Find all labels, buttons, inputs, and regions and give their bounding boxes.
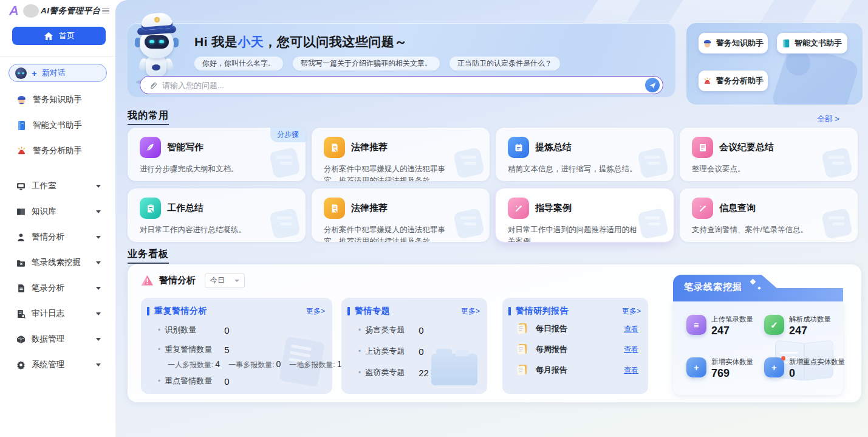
assistant-shortcut-panel: 警务知识助手 智能文书助手 警务分析助手 [686,23,863,105]
sidebar-group-audit-log[interactable]: 审计日志 [0,301,115,326]
sidebar-group-label: 知识库 [32,206,56,217]
warning-triangle-icon [141,275,154,286]
alert-reports-panel: 警情研判报告 更多> 每日报告 查看 每周报告 查看 每月报告 查看 [502,298,648,394]
assistant-name: 小天 [238,35,264,49]
card-watermark [265,205,301,238]
collapse-menu-icon[interactable] [102,9,109,14]
card-watermark [634,205,669,238]
stat-new-key-entities: + 新增重点实体数量 0 [764,357,845,380]
police-officer-icon [16,94,27,105]
sidebar-group-label: 数据管理 [32,334,64,345]
send-button[interactable] [645,78,660,92]
title-accent-bar [347,307,350,315]
calendar-summary-icon [508,137,529,158]
home-label: 首页 [59,30,75,41]
report-row-daily: 每日报告 查看 [516,322,638,335]
sidebar-group-system-management[interactable]: 系统管理 [0,352,115,377]
card-guiding-cases[interactable]: 指导案例 对日常工作中遇到的问题推荐适用的相关案例。 [496,188,674,242]
view-link[interactable]: 查看 [624,365,638,376]
card-watermark [449,205,485,238]
main-content: Hi 我是小天，您可以问我这些问题～ 你好，你叫什么名字。 帮我写一篇关于介绍诈… [115,0,868,437]
favorites-title: 我的常用 [128,109,169,125]
report-notepad-icon [516,343,528,356]
open-book-icon [16,207,26,216]
more-link[interactable]: 更多> [622,306,641,317]
report-row-monthly: 每月报告 查看 [516,363,638,377]
magic-wand-icon [692,198,713,219]
stat-parsed-success: ✓ 解析成功数量 247 [764,315,831,337]
view-link[interactable]: 查看 [624,324,638,334]
greeting-prefix: Hi 我是 [194,35,238,49]
police-knowledge-assistant-button[interactable]: 警务知识助手 [699,33,768,53]
card-title: 信息查询 [719,202,756,214]
favorites-grid: 分步骤 智能写作 进行分步骤完成大纲和文档。 法律推荐 分析案件中犯罪嫌疑人的违… [128,128,858,242]
feather-pen-icon [140,137,161,158]
card-title: 会议纪要总结 [719,142,774,153]
duplicate-sub-stats: 一人多报数量:4 一事多报数量:0 一地多报数量:1 [168,359,341,370]
sidebar-item-home[interactable]: 首页 [12,27,106,45]
card-watermark [818,145,853,177]
paperclip-icon[interactable] [148,81,157,90]
plus-icon: + [686,357,706,377]
folder-watermark [431,354,477,385]
greeting-suffix: ，您可以问我这些问题～ [264,35,408,49]
card-work-summary[interactable]: 工作总结 对日常工作内容进行总结凝练。 [128,188,306,242]
dashboard-header: 业务看板 [128,248,169,264]
question-input[interactable] [162,81,645,90]
card-law-recommend[interactable]: 法律推荐 分析案件中犯罪嫌疑人的违法犯罪事实，推荐适用的法律法规及条款。 [312,128,490,181]
suggestion-chip[interactable]: 帮我写一篇关于介绍诈骗罪的相关文章。 [293,57,440,71]
duplicate-alerts-panel: 重复警情分析 更多> 识别数量 0 重复警情数量 5 一人多报数量:4 一事多报… [141,298,332,394]
app-logo-icon: A [6,4,22,18]
sidebar-item-label: 警务分析助手 [33,145,82,156]
time-filter-value: 今日 [210,275,225,286]
chevron-down-icon [96,338,101,341]
card-law-recommend-2[interactable]: 法律推荐 分析案件中犯罪嫌疑人的违法犯罪事实，推荐适用的法律法规及条款。 [312,188,490,242]
record-list-icon: ≡ [686,315,706,335]
sidebar-group-label: 警情分析 [32,232,64,243]
siren-icon [16,145,27,156]
more-link[interactable]: 更多> [306,306,325,317]
sidebar: A AI警务管理平台 首页 + 新对话 警务知识助手 智能文书助手 警务分析助手 [0,0,115,437]
monitor-icon [16,181,26,191]
card-title: 提炼总结 [535,142,572,153]
logo-row: A AI警务管理平台 [0,0,115,22]
sidebar-group-data-management[interactable]: 数据管理 [0,326,115,352]
assistant-button-label: 警务知识助手 [716,38,764,49]
suggestion-chip[interactable]: 你好，你叫什么名字。 [194,57,283,71]
card-meeting-minutes[interactable]: 会议纪要总结 整理会议要点。 [680,128,858,181]
alert-topics-panel: 警情专题 更多> 扬言类专题 0 上访类专题 0 盗窃类专题 22 [341,298,487,394]
suggestion-chip[interactable]: 正当防卫的认定条件是什么？ [449,57,560,71]
sidebar-item-smart-document-assistant[interactable]: 智能文书助手 [0,112,115,138]
stat-new-entities: + 新增实体数量 769 [686,357,753,380]
more-link[interactable]: 更多> [461,306,480,317]
smart-document-assistant-button[interactable]: 智能文书助手 [777,33,847,53]
stat-row: 上访类专题 0 [358,346,424,357]
assistant-button-label: 智能文书助手 [795,38,842,49]
panel-title: 警情专题 [355,306,390,317]
card-summary-extract[interactable]: 提炼总结 精简文本信息，进行缩写，提炼总结。 [496,128,674,181]
card-info-query[interactable]: 信息查询 支持查询警情、案件/笔录等信息。 [680,188,858,242]
sidebar-item-police-analysis-assistant[interactable]: 警务分析助手 [0,138,115,163]
view-link[interactable]: 查看 [624,345,638,355]
sidebar-group-label: 工作室 [32,181,56,191]
stat-row: 识别数量 0 [158,325,230,335]
new-chat-button[interactable]: + 新对话 [9,64,107,82]
app-title: AI警务管理平台 [41,5,101,16]
sidebar-item-police-knowledge-assistant[interactable]: 警务知识助手 [0,87,115,112]
minutes-document-icon [692,137,713,158]
card-title: 工作总结 [167,202,203,214]
police-analysis-assistant-button[interactable]: 警务分析助手 [699,71,768,91]
card-smart-writing[interactable]: 分步骤 智能写作 进行分步骤完成大纲和文档。 [128,128,306,181]
police-officer-icon [703,39,712,48]
sidebar-group-workspace[interactable]: 工作室 [0,173,115,199]
sidebar-group-record-clue-mining[interactable]: 笔录线索挖掘 [0,250,115,275]
sidebar-group-knowledge-base[interactable]: 知识库 [0,199,115,224]
stat-row: 重复警情数量 5 [158,344,230,355]
chevron-down-icon [234,280,239,282]
sidebar-group-alert-analysis[interactable]: 警情分析 [0,224,115,250]
suggestion-chips: 你好，你叫什么名字。 帮我写一篇关于介绍诈骗罪的相关文章。 正当防卫的认定条件是… [194,57,560,71]
sidebar-group-record-analysis[interactable]: 笔录分析 [0,275,115,301]
favorites-all-link[interactable]: 全部 > [817,114,839,125]
time-filter-select[interactable]: 今日 [205,273,245,288]
stat-row: 盗窃类专题 22 [358,367,429,378]
